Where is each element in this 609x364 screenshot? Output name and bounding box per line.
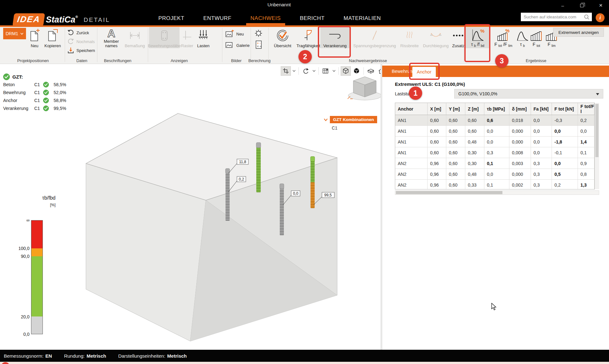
table-row-3[interactable]: AN10,600,600,480,00,0000,0-1,81,4 <box>395 137 594 147</box>
table-cell: 0,3 <box>531 169 552 180</box>
table-vertical-scrollbar[interactable] <box>595 103 599 189</box>
menu-tab-bericht[interactable]: BERICHT <box>298 11 326 25</box>
loads-toggle[interactable]: Lasten <box>195 27 212 48</box>
column-header: F tot [kN] <box>552 103 578 115</box>
close-button[interactable]: × <box>594 1 608 10</box>
column-header: X [m] <box>428 103 446 115</box>
search-input[interactable] <box>521 15 584 19</box>
dimension-arrow-icon <box>128 27 141 44</box>
table-cell: 0,9 <box>578 158 594 169</box>
table-cell: 0,33 <box>465 180 484 189</box>
copy-project-item-button[interactable]: Kopieren <box>43 27 63 48</box>
table-row-2[interactable]: AN10,600,600,600,00,0000,00,00,0 <box>395 126 594 137</box>
undo-button[interactable]: Zurück <box>67 29 89 36</box>
display-options-chevron[interactable] <box>331 66 337 76</box>
check-ok-icon <box>43 98 54 103</box>
calculator-button[interactable]: + -× ÷ <box>254 41 263 48</box>
display-settings-button[interactable] <box>321 66 331 76</box>
table-row-1[interactable]: AN10,600,600,600,60,0180,0-0,30,2 <box>395 115 594 126</box>
minimize-button[interactable]: – <box>556 1 570 10</box>
wireframe-view-button[interactable] <box>341 66 351 76</box>
table-cell: 0,60 <box>428 147 446 158</box>
rotate-icon <box>302 68 309 74</box>
new-project-item-button[interactable]: Neu <box>27 27 43 48</box>
new-picture-button[interactable]: Neu <box>225 30 244 38</box>
check-ok-icon <box>43 105 54 111</box>
table-cell: 0,0 <box>531 126 552 137</box>
chevron-down-icon[interactable] <box>324 118 328 122</box>
table-row-5[interactable]: AN20,960,600,300,10,0030,30,00,9 <box>395 158 594 169</box>
vscroll-thumb[interactable] <box>595 104 599 157</box>
search-box[interactable] <box>521 13 592 21</box>
result-tb-button[interactable]: τ b <box>516 27 528 48</box>
search-icon[interactable] <box>584 14 590 20</box>
ribbon-group-2: Daten <box>66 58 98 63</box>
menu-tab-nachweis[interactable]: NACHWEIS <box>249 11 283 25</box>
combination-item[interactable]: C1 <box>332 125 337 131</box>
rotate-view-button[interactable] <box>301 66 311 76</box>
info-icon[interactable]: i <box>596 13 605 22</box>
combination-group-badge[interactable]: GZT Kombinationen <box>330 116 377 123</box>
hscroll-thumb[interactable] <box>396 191 502 194</box>
app-window: Unbenannt – × IDEA StatiCa® DETAIL PROJE… <box>0 0 609 364</box>
scale-tick: 100,0 <box>15 246 29 251</box>
bottom-strip <box>0 362 609 364</box>
gallery-button[interactable]: Galerie <box>225 42 250 49</box>
statusbar-item: Bemessungsnorm:EN <box>4 353 52 359</box>
column-header: τb [MPa] <box>484 103 509 115</box>
section-view-button[interactable] <box>366 66 376 76</box>
anchor-label: 0,2 <box>239 177 244 182</box>
result-ftot-flim-button[interactable]: % F tot /F lim <box>491 27 516 48</box>
menu-tab-entwurf[interactable]: ENTWURF <box>201 11 233 25</box>
table-cell: 0,60 <box>428 126 446 137</box>
solid-view-button[interactable] <box>351 66 362 76</box>
table-cell: AN1 <box>395 115 428 126</box>
menu-tab-materialien[interactable]: MATERIALIEN <box>342 11 383 25</box>
letter-a-icon: A <box>105 27 117 39</box>
new-picture-icon <box>225 30 234 38</box>
crop-view-button[interactable] <box>281 66 291 76</box>
crack-width-icon <box>404 27 415 44</box>
table-cell: 0,48 <box>465 169 484 180</box>
calculation-settings-button[interactable] <box>254 29 263 37</box>
dropdown-arrow-icon <box>596 93 599 95</box>
concrete-block <box>86 113 337 341</box>
main-area: 11,8 0,2 0,0 99,5 <box>0 64 609 350</box>
load-step-dropdown[interactable]: G100,0%, V100,0% <box>454 89 603 99</box>
table-row-4[interactable]: AN10,600,600,300,30,0080,0-0,10,1 <box>395 147 594 158</box>
anchor-results-table: AnchorX [m]Y [m]Z [m]τb [MPa]δ [mm]Fa [k… <box>395 103 595 189</box>
table-cell: 0,000 <box>509 169 531 180</box>
table-row-6[interactable]: AN20,960,600,480,00,0000,30,50,8 <box>395 169 594 180</box>
show-extreme-button[interactable]: Extremwert anzeigen <box>553 28 604 37</box>
table-row-7[interactable]: AN20,960,600,330,10,0020,30,21,3 <box>395 180 594 189</box>
table-cell: 0,002 <box>509 180 531 189</box>
rotate-options-chevron[interactable] <box>311 66 317 76</box>
anchor-label: 99,5 <box>324 193 332 197</box>
idea-logo-badge: IDEA <box>12 13 45 26</box>
table-cell: 0,60 <box>428 137 446 147</box>
column-header: Z [m] <box>465 103 484 115</box>
reinforcement-bars-toggle: Bewehrungsstäbe <box>149 27 180 48</box>
result-ftot-button[interactable]: F tot <box>529 27 544 48</box>
force-ratio-bars-icon: % <box>496 27 510 42</box>
column-header: Y [m] <box>446 103 465 115</box>
table-cell: 0,48 <box>465 137 484 147</box>
table-cell: AN2 <box>395 158 428 169</box>
table-cell: 0,96 <box>428 158 446 169</box>
table-horizontal-scrollbar[interactable] <box>395 190 599 195</box>
new-document-icon <box>29 27 40 44</box>
navigation-cube[interactable] <box>348 77 381 100</box>
member-names-button[interactable]: A Member names <box>101 27 122 48</box>
overview-check-button[interactable]: Übersicht <box>272 27 294 48</box>
scale-bar <box>31 220 43 334</box>
annotation-rect-tb-fbd <box>464 24 490 62</box>
menu-tab-projekt[interactable]: PROJEKT <box>156 11 186 25</box>
save-button[interactable]: Speichern <box>67 47 95 54</box>
scale-segment-3 <box>31 256 43 316</box>
restore-button[interactable] <box>575 1 589 10</box>
anchor-label: 11,8 <box>239 160 246 164</box>
crop-options-chevron[interactable] <box>291 66 297 76</box>
redo-icon <box>67 38 74 45</box>
project-item-select[interactable]: DRM1 <box>3 28 26 39</box>
gear-icon <box>254 29 263 38</box>
